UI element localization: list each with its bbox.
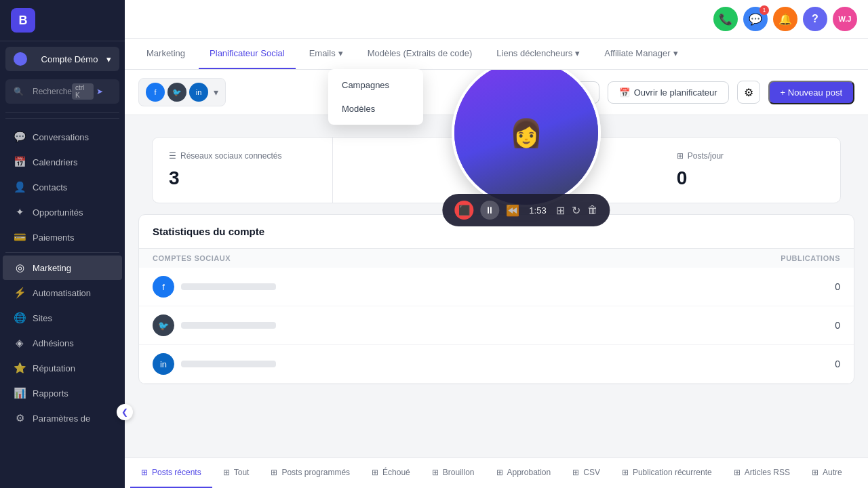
gear-icon: ⚙ bbox=[744, 86, 753, 99]
search-placeholder: Recherche bbox=[33, 87, 72, 96]
dropdown-item-modeles[interactable]: Modèles bbox=[328, 97, 423, 121]
opportunities-icon: ✦ bbox=[14, 206, 26, 218]
row-account-2: 🐦 bbox=[153, 314, 611, 336]
stop-button[interactable]: ⬛ bbox=[454, 201, 473, 220]
search-arrow-icon: ➤ bbox=[96, 87, 111, 96]
tab-echoue[interactable]: ⊞ Échoué bbox=[361, 458, 421, 488]
content-area: f 🐦 in ▾ Envoyer un feedback 📅 Ouvrir le… bbox=[125, 70, 868, 488]
sidebar-item-contacts[interactable]: 👤 Contacts bbox=[3, 175, 122, 199]
row-pub-2: 0 bbox=[611, 320, 840, 331]
dropdown-item-campagnes[interactable]: Campagnes bbox=[328, 73, 423, 97]
row-pub-1: 0 bbox=[611, 281, 840, 292]
sidebar-item-parametres[interactable]: ⚙ Paramètres de bbox=[3, 406, 122, 430]
reports-icon: 📊 bbox=[14, 387, 26, 399]
sidebar-item-automatisation[interactable]: ⚡ Automatisation bbox=[3, 281, 122, 305]
video-circle: 👩 bbox=[452, 70, 601, 207]
row-pub-3: 0 bbox=[611, 359, 840, 369]
tab-emails[interactable]: Emails ▾ bbox=[298, 39, 354, 69]
row-account-1: f bbox=[153, 276, 611, 298]
sidebar-item-calendriers[interactable]: 📅 Calendriers bbox=[3, 150, 122, 174]
bottom-tabs: ⊞ Posts récents ⊞ Tout ⊞ Posts programmé… bbox=[125, 458, 868, 488]
notifications-button[interactable]: 🔔 bbox=[773, 7, 797, 31]
tab-liens[interactable]: Liens déclencheurs ▾ bbox=[486, 39, 591, 69]
account-avatar bbox=[14, 52, 27, 66]
avatar-row-1: f bbox=[153, 276, 174, 298]
tab-brouillon[interactable]: ⊞ Brouillon bbox=[421, 458, 486, 488]
settings-gear-button[interactable]: ⚙ bbox=[737, 81, 760, 104]
sidebar-divider-2 bbox=[5, 118, 119, 119]
tab-approbation[interactable]: ⊞ Approbation bbox=[486, 458, 562, 488]
sidebar-item-sites[interactable]: 🌐 Sites bbox=[3, 306, 122, 330]
account-stats-table: Statistiques du compte COMPTES SOCIAUX P… bbox=[138, 214, 854, 384]
refresh-icon[interactable]: ↻ bbox=[572, 204, 580, 217]
sidebar-item-label: Paramètres de bbox=[33, 413, 90, 424]
sidebar-item-marketing[interactable]: ◎ Marketing bbox=[3, 256, 122, 280]
sidebar-item-label: Réputation bbox=[33, 363, 75, 373]
sidebar-item-label: Opportunités bbox=[33, 207, 83, 218]
conversations-icon: 💬 bbox=[14, 131, 26, 143]
avatar-tw: 🐦 bbox=[167, 83, 186, 102]
sidebar-item-label: Paiements bbox=[33, 232, 74, 243]
tab-modeles[interactable]: Modèles (Extraits de code) bbox=[357, 39, 484, 69]
stat-connected-value: 3 bbox=[169, 167, 316, 189]
tab-posts-recents[interactable]: ⊞ Posts récents bbox=[130, 458, 212, 488]
sidebar: B Compte Démo ▾ 🔍 Recherche ctrl K ➤ 💬 C… bbox=[0, 0, 125, 488]
social-avatar-group[interactable]: f 🐦 in ▾ bbox=[138, 78, 226, 106]
new-post-button[interactable]: + Nouveau post bbox=[768, 81, 854, 104]
tab-articles-rss[interactable]: ⊞ Articles RSS bbox=[723, 458, 801, 488]
sidebar-item-conversations[interactable]: 💬 Conversations bbox=[3, 125, 122, 149]
help-button[interactable]: ? bbox=[803, 7, 827, 31]
chat-button[interactable]: 💬 1 bbox=[743, 7, 768, 31]
tab-publication-recurrente[interactable]: ⊞ Publication récurrente bbox=[611, 458, 723, 488]
sidebar-item-reputation[interactable]: ⭐ Réputation bbox=[3, 356, 122, 380]
calendar-icon: 📅 bbox=[619, 87, 630, 98]
tab-tout[interactable]: ⊞ Tout bbox=[212, 458, 260, 488]
user-avatar-button[interactable]: W.J bbox=[833, 7, 857, 31]
sidebar-divider-3 bbox=[5, 252, 119, 253]
sidebar-item-adhesions[interactable]: ◈ Adhésions bbox=[3, 331, 122, 355]
chevron-down-icon: ▾ bbox=[214, 87, 218, 98]
account-name: Compte Démo bbox=[41, 54, 98, 64]
avatar-fb: f bbox=[146, 83, 165, 102]
stats-table-header: COMPTES SOCIAUX PUBLICATIONS bbox=[139, 249, 854, 268]
recurrente-icon: ⊞ bbox=[622, 468, 629, 477]
stat-connected-label: ☰ Réseaux sociaux connectés bbox=[169, 151, 316, 161]
sidebar-item-label: Calendriers bbox=[33, 157, 77, 167]
network-icon: ☰ bbox=[169, 151, 176, 161]
sidebar-item-label: Marketing bbox=[33, 263, 71, 273]
search-bar[interactable]: 🔍 Recherche ctrl K ➤ bbox=[5, 79, 119, 104]
tab-posts-programmes[interactable]: ⊞ Posts programmés bbox=[260, 458, 361, 488]
tab-csv[interactable]: ⊞ CSV bbox=[561, 458, 611, 488]
planner-button[interactable]: 📅 Ouvrir le planificateur bbox=[608, 81, 729, 104]
video-timestamp: 1:53 bbox=[529, 205, 546, 216]
grid-icon[interactable]: ⊞ bbox=[556, 204, 565, 217]
automation-icon: ⚡ bbox=[14, 287, 26, 299]
tab-marketing[interactable]: Marketing bbox=[136, 39, 196, 69]
rss-icon: ⊞ bbox=[734, 468, 741, 477]
stat-posts-label: ⊞ Posts/jour bbox=[677, 151, 824, 161]
sidebar-item-rapports[interactable]: 📊 Rapports bbox=[3, 381, 122, 405]
phone-button[interactable]: 📞 bbox=[713, 7, 738, 31]
sidebar-item-label: Conversations bbox=[33, 132, 89, 142]
echoue-icon: ⊞ bbox=[372, 468, 378, 477]
chevron-down-icon: ▾ bbox=[575, 48, 580, 58]
table-row: 🐦 0 bbox=[139, 306, 854, 345]
autre-icon: ⊞ bbox=[812, 468, 818, 477]
col-header-accounts: COMPTES SOCIAUX bbox=[153, 254, 611, 262]
stat-posts-value: 0 bbox=[677, 167, 824, 189]
tab-autre[interactable]: ⊞ Autre bbox=[801, 458, 853, 488]
payments-icon: 💳 bbox=[14, 231, 26, 243]
col-header-publications: PUBLICATIONS bbox=[611, 254, 840, 262]
posts-recents-icon: ⊞ bbox=[141, 468, 148, 477]
tab-affiliate[interactable]: Affiliate Manager ▾ bbox=[593, 39, 688, 69]
sidebar-item-opportunites[interactable]: ✦ Opportunités bbox=[3, 200, 122, 224]
tab-planificateur[interactable]: Planificateur Social bbox=[199, 39, 296, 69]
social-name-bar-1 bbox=[181, 283, 276, 290]
sidebar-item-paiements[interactable]: 💳 Paiements bbox=[3, 225, 122, 249]
marketing-icon: ◎ bbox=[14, 262, 26, 274]
pause-button[interactable]: ⏸ bbox=[480, 201, 499, 220]
account-selector[interactable]: Compte Démo ▾ bbox=[5, 47, 119, 71]
sidebar-collapse-button[interactable]: ❮ bbox=[117, 404, 133, 420]
rewind-button[interactable]: ⏪ bbox=[506, 204, 519, 217]
delete-icon[interactable]: 🗑 bbox=[587, 204, 598, 216]
